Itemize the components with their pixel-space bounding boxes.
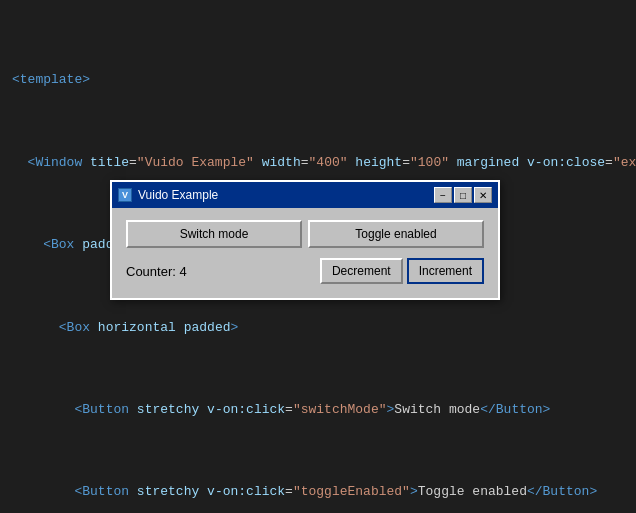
dialog-controls: − □ ✕ [434,187,492,203]
code-line-2: <Window title="Vuido Example" width="400… [0,153,636,173]
decrement-button[interactable]: Decrement [320,258,403,284]
code-line-1: <template> [0,70,636,90]
switch-mode-button[interactable]: Switch mode [126,220,302,248]
dialog-title-left: V Vuido Example [118,188,218,202]
dialog-top-buttons: Switch mode Toggle enabled [126,220,484,248]
code-line-4: <Box horizontal padded> [0,318,636,338]
counter-label: Counter: 4 [126,264,187,279]
minimize-button[interactable]: − [434,187,452,203]
maximize-button[interactable]: □ [454,187,472,203]
dialog-body: Switch mode Toggle enabled Counter: 4 De… [112,208,498,298]
dialog-window: V Vuido Example − □ ✕ Switch mode Toggle… [110,180,500,300]
code-line-5: <Button stretchy v-on:click="switchMode"… [0,400,636,420]
toggle-enabled-button[interactable]: Toggle enabled [308,220,484,248]
increment-button[interactable]: Increment [407,258,484,284]
counter-buttons: Decrement Increment [320,258,484,284]
close-button[interactable]: ✕ [474,187,492,203]
code-line-6: <Button stretchy v-on:click="toggleEnabl… [0,482,636,502]
dialog-title: Vuido Example [138,188,218,202]
dialog-titlebar: V Vuido Example − □ ✕ [112,182,498,208]
app-icon: V [118,188,132,202]
dialog-counter-row: Counter: 4 Decrement Increment [126,258,484,284]
